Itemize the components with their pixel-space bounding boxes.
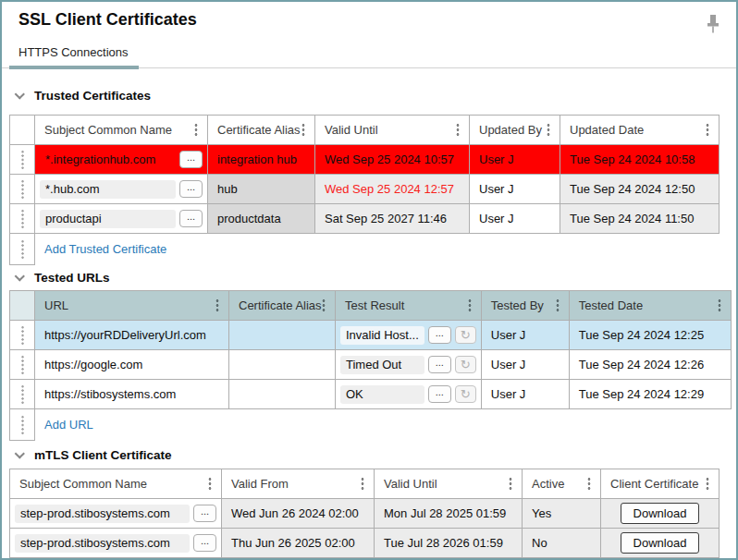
chevron-down-icon: [15, 448, 25, 458]
section-header-mtls-client-certificate[interactable]: mTLS Client Certificate: [17, 448, 172, 462]
column-menu-icon[interactable]: [322, 298, 326, 312]
valid-until-cell: Mon Jul 28 2025 01:59: [375, 499, 523, 529]
tab-https-connections[interactable]: HTTPS Connections: [18, 45, 129, 59]
column-menu-icon[interactable]: [468, 298, 472, 312]
subject-common-name-cell: *.hub.com...: [35, 175, 208, 204]
valid-until-cell: Wed Sep 25 2024 12:57: [315, 175, 470, 204]
ellipsis-button[interactable]: ...: [428, 326, 451, 344]
download-button[interactable]: Download: [621, 532, 700, 554]
retest-button[interactable]: ↻: [455, 385, 476, 403]
subject-common-name-cell: step-prod.stibosystems.com...: [10, 499, 222, 529]
chevron-down-icon: [15, 271, 25, 281]
row-drag-handle[interactable]: [10, 380, 35, 409]
subject-common-name-input[interactable]: *.integrationhub.com: [40, 151, 176, 169]
ellipsis-button[interactable]: ...: [193, 534, 216, 552]
column-menu-icon[interactable]: [556, 298, 560, 312]
url-cell[interactable]: https://google.com: [35, 350, 229, 380]
trusted-certificates-table: Subject Common Name Certificate Alias Va…: [9, 115, 720, 265]
mtls-client-certificate-table: Subject Common Name Valid From Valid Unt…: [9, 469, 720, 558]
download-button[interactable]: Download: [621, 503, 700, 524]
add-url-link[interactable]: Add URL: [44, 418, 93, 432]
column-header-url: URL: [35, 291, 229, 321]
url-cell[interactable]: https://stibosystems.com: [35, 380, 229, 409]
row-drag-handle[interactable]: [10, 234, 35, 265]
row-drag-handle[interactable]: [10, 350, 35, 380]
handle-column-header: [10, 291, 35, 321]
column-header-subject-common-name: Subject Common Name: [10, 469, 222, 499]
subject-common-name-input[interactable]: productapi: [40, 210, 176, 228]
updated-by-cell: User J: [470, 175, 560, 204]
drag-handle-icon: [21, 179, 24, 200]
retest-button[interactable]: ↻: [455, 356, 476, 373]
updated-date-cell: Tue Sep 24 2024 12:50: [560, 175, 720, 204]
column-menu-icon[interactable]: [718, 298, 721, 312]
section-title: Tested URLs: [34, 271, 110, 285]
updated-date-cell: Tue Sep 24 2024 11:50: [560, 204, 720, 234]
column-menu-icon[interactable]: [456, 123, 460, 137]
column-menu-icon[interactable]: [361, 477, 364, 491]
table-row: productapi... productdata Sat Sep 25 202…: [10, 204, 720, 234]
column-menu-icon[interactable]: [301, 123, 305, 137]
column-header-certificate-alias: Certificate Alias: [208, 116, 315, 145]
row-drag-handle[interactable]: [10, 409, 35, 441]
column-menu-icon[interactable]: [194, 123, 198, 137]
tested-date-cell: Tue Sep 24 2024 12:29: [569, 380, 731, 409]
test-result-cell: Timed Out...↻: [336, 350, 482, 380]
subject-common-name-cell: *.integrationhub.com...: [35, 145, 208, 175]
certificate-alias-cell[interactable]: [229, 350, 336, 380]
section-header-tested-urls[interactable]: Tested URLs: [17, 271, 110, 285]
table-header-row: Subject Common Name Certificate Alias Va…: [10, 116, 720, 145]
client-certificate-cell: Download: [601, 529, 720, 558]
row-drag-handle[interactable]: [10, 145, 35, 175]
ellipsis-button[interactable]: ...: [193, 505, 216, 522]
column-menu-icon[interactable]: [587, 477, 591, 491]
row-drag-handle[interactable]: [10, 175, 35, 204]
page-title: SSL Client Certificates: [18, 10, 197, 30]
drag-handle-icon: [21, 384, 24, 405]
table-row: https://yourRDDeliveryUrl.com Invalid Ho…: [10, 321, 732, 350]
column-header-tested-by: Tested By: [481, 291, 569, 321]
column-menu-icon[interactable]: [706, 477, 709, 491]
row-drag-handle[interactable]: [10, 204, 35, 234]
column-menu-icon[interactable]: [208, 477, 212, 491]
column-menu-icon[interactable]: [215, 298, 219, 312]
table-row: https://stibosystems.com OK...↻ User J T…: [10, 380, 732, 409]
test-result-cell: Invalid Host......↻: [336, 321, 482, 350]
table-header-row: URL Certificate Alias Test Result Tested…: [10, 291, 732, 321]
section-header-trusted-certificates[interactable]: Trusted Certificates: [17, 89, 151, 103]
column-header-updated-by: Updated By: [470, 116, 560, 145]
column-menu-icon[interactable]: [547, 123, 550, 137]
tested-by-cell: User J: [481, 350, 569, 380]
subject-common-name-input[interactable]: *.hub.com: [40, 180, 176, 199]
handle-column-header: [10, 116, 35, 145]
test-result-value[interactable]: OK: [340, 385, 424, 404]
certificate-alias-cell: hub: [208, 175, 315, 204]
ellipsis-button[interactable]: ...: [179, 180, 203, 198]
pin-icon[interactable]: [703, 12, 723, 36]
row-drag-handle[interactable]: [10, 321, 35, 350]
column-menu-icon[interactable]: [509, 477, 512, 491]
column-menu-icon[interactable]: [706, 123, 709, 137]
test-result-value[interactable]: Timed Out: [340, 356, 424, 374]
drag-handle-icon: [21, 209, 24, 229]
ellipsis-button[interactable]: ...: [428, 356, 451, 373]
test-result-value[interactable]: Invalid Host...: [340, 326, 424, 345]
subject-common-name-cell: productapi...: [35, 204, 208, 234]
active-tab-underline: [9, 66, 139, 69]
add-trusted-certificate-link[interactable]: Add Trusted Certificate: [44, 242, 166, 256]
certificate-alias-cell[interactable]: [229, 321, 336, 350]
refresh-icon: ↻: [461, 328, 471, 342]
updated-by-cell: User J: [470, 204, 560, 234]
column-header-updated-date: Updated Date: [560, 116, 720, 145]
valid-until-cell: Sat Sep 25 2027 11:46: [315, 204, 470, 234]
ellipsis-button[interactable]: ...: [179, 151, 203, 168]
retest-button[interactable]: ↻: [455, 326, 476, 344]
subject-common-name-input[interactable]: step-prod.stibosystems.com: [15, 534, 190, 553]
url-cell[interactable]: https://yourRDDeliveryUrl.com: [35, 321, 229, 350]
subject-common-name-input[interactable]: step-prod.stibosystems.com: [15, 505, 190, 523]
certificate-alias-cell[interactable]: [229, 380, 336, 409]
ellipsis-button[interactable]: ...: [179, 210, 203, 227]
valid-until-cell: Wed Sep 25 2024 10:57: [315, 145, 470, 175]
client-certificate-cell: Download: [601, 499, 720, 529]
ellipsis-button[interactable]: ...: [428, 385, 451, 403]
